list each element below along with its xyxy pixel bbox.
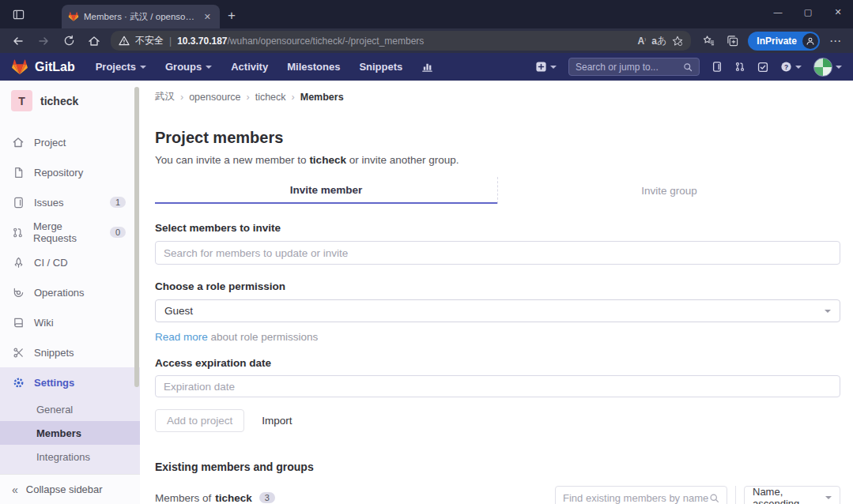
chevron-down-icon (836, 66, 842, 69)
global-search[interactable] (568, 58, 700, 76)
issues-icon (12, 197, 25, 209)
search-icon (683, 62, 693, 72)
nav-snippets[interactable]: Snippets (359, 61, 402, 73)
sidebar-subitem-members[interactable]: Members (0, 421, 140, 445)
breadcrumb-group[interactable]: 武汉 (155, 90, 175, 103)
gitlab-logo[interactable]: GitLab (11, 58, 75, 76)
not-secure-warning-icon (119, 36, 130, 46)
url-text[interactable]: 10.3.70.187/wuhan/opensource/ticheck/-/p… (177, 36, 632, 47)
expiration-input[interactable] (155, 375, 840, 397)
favorites-hub-icon[interactable] (697, 31, 719, 51)
user-avatar (813, 58, 832, 77)
sidebar-subitem-general[interactable]: General (0, 397, 140, 421)
security-label[interactable]: 不安全 (135, 34, 164, 47)
sort-dropdown-value: Name, ascending (753, 486, 825, 504)
read-more-line: Read more about role permissions (155, 331, 840, 343)
sidebar-item-project[interactable]: Project (0, 127, 140, 157)
home-icon (12, 136, 25, 149)
operations-icon (12, 287, 25, 299)
breadcrumb: 武汉 › opensource › ticheck › Members (155, 81, 840, 103)
new-tab-button[interactable]: + (228, 8, 236, 24)
refresh-icon[interactable] (57, 31, 81, 51)
mr-count-badge: 0 (110, 227, 126, 238)
chevron-down-icon (140, 66, 146, 69)
tab-actions-icon[interactable] (6, 2, 30, 26)
members-count-badge: 3 (259, 492, 275, 503)
nav-activity[interactable]: Activity (231, 61, 268, 73)
chevron-down-icon (825, 310, 831, 313)
nav-milestones[interactable]: Milestones (287, 61, 340, 73)
close-button[interactable]: ✕ (823, 0, 853, 24)
chevron-down-icon (795, 66, 802, 69)
expiration-label: Access expiration date (155, 357, 840, 369)
chart-icon[interactable] (421, 61, 433, 73)
gitlab-brand-text: GitLab (35, 60, 75, 74)
nav-projects[interactable]: Projects (96, 61, 146, 73)
todos-icon[interactable] (757, 62, 768, 73)
chevron-down-icon (206, 66, 212, 69)
user-menu[interactable] (813, 58, 842, 77)
issues-count-badge: 1 (110, 197, 126, 208)
members-search-input[interactable] (155, 241, 840, 265)
gear-icon (12, 377, 25, 389)
collapse-sidebar-button[interactable]: « Collapse sidebar (0, 474, 140, 504)
inprivate-badge[interactable]: InPrivate (748, 32, 820, 51)
nav-groups[interactable]: Groups (165, 61, 212, 73)
maximize-button[interactable]: ▢ (793, 0, 823, 24)
minimize-button[interactable]: — (763, 0, 793, 24)
role-select-value: Guest (164, 305, 193, 317)
read-more-link[interactable]: Read more (155, 331, 208, 343)
project-sidebar: T ticheck Project Repository Issues 1 Me… (0, 81, 140, 504)
collapse-chevrons-icon: « (12, 483, 18, 496)
find-members-field[interactable] (555, 486, 727, 504)
tab-invite-group[interactable]: Invite group (497, 177, 840, 204)
project-header[interactable]: T ticheck (0, 81, 140, 119)
sidebar-subitem-integrations[interactable]: Integrations (0, 445, 140, 468)
invite-tabs: Invite member Invite group (155, 177, 840, 204)
global-search-input[interactable] (576, 62, 683, 73)
new-menu-button[interactable] (535, 61, 557, 73)
collections-icon[interactable] (721, 31, 743, 51)
sidebar-item-repository[interactable]: Repository (0, 157, 140, 187)
project-name: ticheck (40, 95, 78, 107)
members-of-label: Members of ticheck 3 (155, 492, 275, 504)
book-icon (12, 317, 25, 329)
role-permission-label: Choose a role permission (155, 280, 840, 292)
address-bar[interactable]: 不安全 | 10.3.70.187/wuhan/opensource/tiche… (111, 31, 691, 51)
chevron-down-icon (825, 496, 832, 499)
sort-dropdown[interactable]: Name, ascending (744, 486, 840, 504)
browser-tab[interactable]: Members · 武汉 / opensource / ✕ (62, 5, 220, 28)
add-to-project-button[interactable]: Add to project (155, 409, 244, 432)
sidebar-item-settings[interactable]: Settings (0, 367, 140, 397)
breadcrumb-project[interactable]: ticheck (255, 92, 286, 103)
favorites-star-icon[interactable] (672, 36, 683, 47)
sidebar-item-wiki[interactable]: Wiki (0, 307, 140, 337)
sidebar-item-operations[interactable]: Operations (0, 277, 140, 307)
search-icon (709, 493, 719, 503)
merge-request-icon[interactable] (734, 61, 745, 73)
main-content: 武汉 › opensource › ticheck › Members Proj… (140, 81, 853, 504)
import-button[interactable]: Import (255, 410, 298, 431)
gitlab-favicon (68, 11, 79, 22)
breadcrumb-subgroup[interactable]: opensource (189, 92, 240, 103)
home-icon[interactable] (82, 31, 106, 51)
read-aloud-icon[interactable]: A⁾ (637, 36, 646, 47)
sidebar-item-issues[interactable]: Issues 1 (0, 187, 140, 217)
gitlab-navbar: GitLab Projects Groups Activity Mileston… (0, 53, 853, 81)
inprivate-label: InPrivate (757, 36, 797, 47)
forward-icon[interactable] (32, 31, 55, 51)
translate-icon[interactable]: aあ (651, 34, 666, 47)
existing-members-heading: Existing members and groups (155, 461, 840, 473)
find-members-input[interactable] (563, 492, 709, 504)
role-select[interactable]: Guest (155, 299, 840, 322)
sidebar-scrollbar[interactable] (134, 87, 139, 387)
issues-icon[interactable] (711, 61, 723, 73)
help-icon[interactable]: ? (780, 61, 802, 73)
tab-close-icon[interactable]: ✕ (202, 12, 213, 22)
sidebar-item-merge-requests[interactable]: Merge Requests 0 (0, 217, 140, 247)
browser-menu-icon[interactable]: ⋯ (825, 31, 847, 51)
sidebar-item-snippets[interactable]: Snippets (0, 337, 140, 367)
tab-invite-member[interactable]: Invite member (155, 177, 497, 204)
sidebar-item-cicd[interactable]: CI / CD (0, 247, 140, 277)
back-icon[interactable] (6, 31, 30, 51)
